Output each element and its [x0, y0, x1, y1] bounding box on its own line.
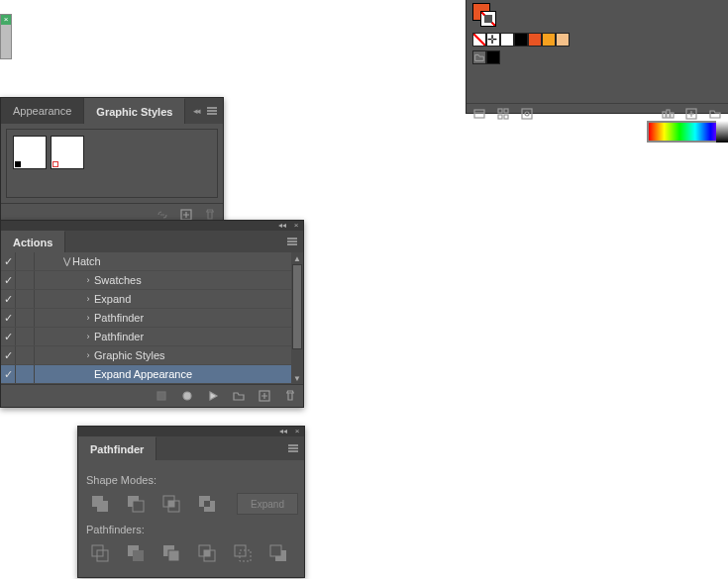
- outline-icon[interactable]: [231, 541, 255, 565]
- action-label: Swatches: [94, 274, 142, 286]
- shape-modes-label: Shape Modes:: [86, 474, 298, 486]
- minus-front-icon[interactable]: [124, 492, 148, 516]
- panel-titlebar: ◂◂ ×: [1, 221, 303, 231]
- swatch-options-icon[interactable]: [520, 107, 534, 121]
- folder-icon[interactable]: [472, 50, 486, 64]
- checkmark-icon[interactable]: ✓: [1, 274, 15, 287]
- trim-icon[interactable]: [124, 541, 148, 565]
- action-row[interactable]: ✓⋁Hatch: [1, 252, 303, 271]
- panel-titlebar: ◂◂ ×: [78, 427, 304, 436]
- action-row[interactable]: ✓›Expand: [1, 290, 303, 309]
- scroll-down-icon[interactable]: ▼: [291, 372, 303, 384]
- action-row[interactable]: ✓›Swatches: [1, 271, 303, 290]
- disclosure-icon[interactable]: ›: [82, 294, 94, 304]
- swatch[interactable]: [514, 33, 528, 47]
- tab-actions[interactable]: Actions: [1, 231, 65, 252]
- color-spectrum[interactable]: [647, 121, 728, 143]
- action-row[interactable]: ✓Expand Appearance: [1, 365, 303, 384]
- disclosure-icon[interactable]: ⋁: [60, 256, 72, 266]
- show-kinds-icon[interactable]: [496, 107, 510, 121]
- svg-rect-29: [504, 115, 508, 119]
- color-group-icon[interactable]: [661, 107, 675, 121]
- checkmark-icon[interactable]: ✓: [1, 331, 15, 343]
- intersect-icon[interactable]: [159, 492, 183, 516]
- swatch-row: [472, 50, 722, 64]
- swatch[interactable]: [472, 33, 486, 47]
- svg-rect-27: [504, 109, 508, 113]
- close-icon[interactable]: ×: [291, 222, 301, 230]
- styles-thumbnails: [6, 129, 218, 198]
- tab-bar: Pathfinder: [78, 436, 304, 460]
- scroll-up-icon[interactable]: ▲: [291, 252, 303, 264]
- tab-graphic-styles[interactable]: Graphic Styles: [84, 98, 185, 124]
- style-thumbnail[interactable]: [51, 136, 84, 169]
- minus-back-icon[interactable]: [266, 541, 290, 565]
- stop-icon: [155, 389, 168, 403]
- scrollbar[interactable]: ▲ ▼: [291, 252, 303, 384]
- action-row[interactable]: ✓›Graphic Styles: [1, 346, 303, 365]
- crop-icon[interactable]: [195, 541, 219, 565]
- swatch[interactable]: [542, 33, 556, 47]
- svg-rect-6: [133, 501, 144, 512]
- disclosure-icon[interactable]: ›: [82, 275, 94, 285]
- unite-icon[interactable]: [88, 492, 112, 516]
- stroke-color[interactable]: [480, 11, 496, 27]
- tab-bar: Appearance Graphic Styles ◂◂: [1, 98, 223, 124]
- swatch[interactable]: [486, 33, 500, 47]
- collapse-icon[interactable]: ◂◂: [278, 428, 288, 435]
- swatch[interactable]: [528, 33, 542, 47]
- exclude-icon[interactable]: [195, 492, 219, 516]
- svg-rect-34: [671, 113, 674, 118]
- play-icon[interactable]: [206, 389, 220, 403]
- panel-menu-icon[interactable]: [285, 235, 299, 248]
- svg-rect-25: [474, 110, 484, 118]
- checkmark-icon[interactable]: ✓: [1, 293, 15, 306]
- svg-rect-30: [522, 109, 532, 119]
- svg-rect-12: [204, 501, 210, 507]
- tab-label: Appearance: [13, 105, 71, 117]
- swatch[interactable]: [486, 50, 500, 64]
- record-icon[interactable]: [180, 389, 194, 403]
- action-row[interactable]: ✓›Pathfinder: [1, 309, 303, 328]
- checkmark-icon[interactable]: ✓: [1, 312, 15, 325]
- disclosure-icon[interactable]: ›: [82, 350, 94, 360]
- disclosure-icon[interactable]: ›: [82, 332, 94, 341]
- checkmark-icon[interactable]: ✓: [1, 255, 15, 268]
- svg-rect-28: [498, 115, 502, 119]
- graphic-styles-panel: Appearance Graphic Styles ◂◂: [0, 97, 224, 227]
- new-folder-icon[interactable]: [708, 107, 722, 121]
- trash-icon[interactable]: [283, 389, 297, 403]
- panel-menu-icon[interactable]: [205, 104, 219, 118]
- disclosure-icon[interactable]: ›: [82, 313, 94, 323]
- new-icon[interactable]: [258, 389, 271, 403]
- svg-rect-26: [498, 109, 502, 113]
- swatch[interactable]: [500, 33, 514, 47]
- svg-rect-16: [133, 550, 144, 561]
- style-thumbnail[interactable]: [13, 136, 47, 169]
- action-row[interactable]: ✓›Pathfinder: [1, 328, 303, 346]
- fill-stroke-indicator[interactable]: [472, 3, 498, 29]
- tab-label: Actions: [13, 237, 52, 248]
- folder-icon[interactable]: [232, 389, 246, 403]
- panel-menu-icon[interactable]: [286, 441, 300, 455]
- collapse-icon[interactable]: ◂◂: [193, 106, 199, 116]
- close-icon[interactable]: ×: [292, 428, 302, 435]
- divide-icon[interactable]: [88, 541, 112, 565]
- svg-rect-24: [270, 545, 281, 556]
- panel-footer: [1, 384, 303, 407]
- swatch[interactable]: [556, 33, 570, 47]
- svg-point-31: [525, 112, 529, 116]
- tab-appearance[interactable]: Appearance: [1, 98, 84, 124]
- collapse-icon[interactable]: ◂◂: [277, 222, 287, 230]
- checkmark-icon[interactable]: ✓: [1, 349, 15, 362]
- scrollbar-thumb[interactable]: [292, 264, 302, 349]
- merge-icon[interactable]: [159, 541, 183, 565]
- close-icon[interactable]: ×: [1, 15, 11, 25]
- tab-pathfinder[interactable]: Pathfinder: [78, 436, 156, 460]
- new-swatch-icon[interactable]: [684, 107, 698, 121]
- action-label: Hatch: [72, 255, 101, 267]
- swatch-libraries-icon[interactable]: [472, 107, 486, 121]
- svg-rect-18: [168, 550, 179, 561]
- checkmark-icon[interactable]: ✓: [1, 368, 15, 381]
- expand-button: Expand: [237, 493, 298, 515]
